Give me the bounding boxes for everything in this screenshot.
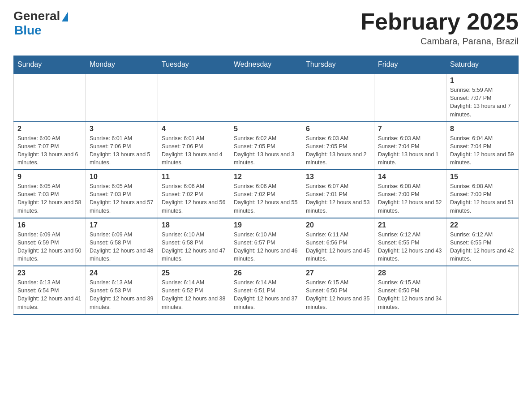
calendar-cell: 27Sunrise: 6:15 AMSunset: 6:50 PMDayligh… (302, 266, 374, 314)
day-number: 24 (90, 269, 154, 277)
calendar-cell: 14Sunrise: 6:08 AMSunset: 7:00 PMDayligh… (374, 170, 446, 218)
calendar-cell (374, 73, 446, 122)
day-info: Sunrise: 6:01 AMSunset: 7:06 PMDaylight:… (162, 134, 226, 167)
calendar-cell: 22Sunrise: 6:12 AMSunset: 6:55 PMDayligh… (446, 218, 519, 266)
logo: General Blue (13, 9, 68, 38)
calendar-cell: 13Sunrise: 6:07 AMSunset: 7:01 PMDayligh… (302, 170, 374, 218)
calendar-cell: 25Sunrise: 6:14 AMSunset: 6:52 PMDayligh… (158, 266, 230, 314)
page-header: General Blue February 2025 Cambara, Para… (13, 9, 519, 47)
day-info: Sunrise: 6:04 AMSunset: 7:04 PMDaylight:… (450, 134, 515, 167)
header-row: SundayMondayTuesdayWednesdayThursdayFrid… (14, 56, 519, 74)
week-row-1: 1Sunrise: 5:59 AMSunset: 7:07 PMDaylight… (14, 73, 519, 122)
day-info: Sunrise: 6:02 AMSunset: 7:05 PMDaylight:… (234, 134, 298, 167)
day-info: Sunrise: 6:13 AMSunset: 6:53 PMDaylight:… (90, 278, 154, 311)
day-number: 16 (17, 221, 82, 229)
calendar-cell: 16Sunrise: 6:09 AMSunset: 6:59 PMDayligh… (14, 218, 86, 266)
week-row-3: 9Sunrise: 6:05 AMSunset: 7:03 PMDaylight… (14, 170, 519, 218)
day-number: 14 (378, 173, 442, 181)
calendar-cell: 19Sunrise: 6:10 AMSunset: 6:57 PMDayligh… (230, 218, 302, 266)
calendar-cell: 1Sunrise: 5:59 AMSunset: 7:07 PMDaylight… (446, 73, 519, 122)
week-row-4: 16Sunrise: 6:09 AMSunset: 6:59 PMDayligh… (14, 218, 519, 266)
day-number: 19 (234, 221, 298, 229)
calendar-cell (158, 73, 230, 122)
day-number: 10 (90, 173, 154, 181)
month-title: February 2025 (360, 9, 519, 34)
day-number: 6 (306, 125, 370, 133)
calendar-cell: 2Sunrise: 6:00 AMSunset: 7:07 PMDaylight… (14, 122, 86, 170)
day-number: 25 (162, 269, 226, 277)
day-info: Sunrise: 6:11 AMSunset: 6:56 PMDaylight:… (306, 231, 370, 263)
day-number: 8 (450, 125, 515, 133)
title-area: February 2025 Cambara, Parana, Brazil (360, 9, 519, 47)
day-info: Sunrise: 6:05 AMSunset: 7:03 PMDaylight:… (17, 182, 82, 215)
day-header-thursday: Thursday (302, 56, 374, 74)
day-header-monday: Monday (86, 56, 158, 74)
calendar-cell: 20Sunrise: 6:11 AMSunset: 6:56 PMDayligh… (302, 218, 374, 266)
location-subtitle: Cambara, Parana, Brazil (360, 36, 519, 47)
day-number: 1 (450, 77, 515, 85)
calendar-table: SundayMondayTuesdayWednesdayThursdayFrid… (13, 56, 519, 315)
day-number: 9 (17, 173, 82, 181)
day-number: 7 (378, 125, 442, 133)
calendar-cell (302, 73, 374, 122)
calendar-cell: 11Sunrise: 6:06 AMSunset: 7:02 PMDayligh… (158, 170, 230, 218)
day-number: 28 (378, 269, 442, 277)
day-number: 27 (306, 269, 370, 277)
day-info: Sunrise: 6:03 AMSunset: 7:05 PMDaylight:… (306, 134, 370, 167)
day-number: 20 (306, 221, 370, 229)
calendar-cell: 15Sunrise: 6:08 AMSunset: 7:00 PMDayligh… (446, 170, 519, 218)
day-info: Sunrise: 6:08 AMSunset: 7:00 PMDaylight:… (450, 182, 515, 215)
day-info: Sunrise: 6:08 AMSunset: 7:00 PMDaylight:… (378, 182, 442, 215)
day-info: Sunrise: 6:00 AMSunset: 7:07 PMDaylight:… (17, 134, 82, 167)
day-number: 15 (450, 173, 515, 181)
calendar-cell: 23Sunrise: 6:13 AMSunset: 6:54 PMDayligh… (14, 266, 86, 314)
day-info: Sunrise: 6:10 AMSunset: 6:57 PMDaylight:… (234, 231, 298, 263)
day-number: 11 (162, 173, 226, 181)
logo-general-text: General (13, 9, 60, 23)
calendar-cell: 5Sunrise: 6:02 AMSunset: 7:05 PMDaylight… (230, 122, 302, 170)
day-header-saturday: Saturday (446, 56, 519, 74)
day-info: Sunrise: 6:15 AMSunset: 6:50 PMDaylight:… (306, 278, 370, 311)
day-header-wednesday: Wednesday (230, 56, 302, 74)
day-number: 22 (450, 221, 515, 229)
calendar-cell (230, 73, 302, 122)
day-info: Sunrise: 6:10 AMSunset: 6:58 PMDaylight:… (162, 231, 226, 263)
calendar-cell (446, 266, 519, 314)
calendar-cell: 8Sunrise: 6:04 AMSunset: 7:04 PMDaylight… (446, 122, 519, 170)
day-number: 18 (162, 221, 226, 229)
week-row-5: 23Sunrise: 6:13 AMSunset: 6:54 PMDayligh… (14, 266, 519, 314)
day-info: Sunrise: 6:06 AMSunset: 7:02 PMDaylight:… (234, 182, 298, 215)
day-info: Sunrise: 6:12 AMSunset: 6:55 PMDaylight:… (378, 231, 442, 263)
calendar-cell: 7Sunrise: 6:03 AMSunset: 7:04 PMDaylight… (374, 122, 446, 170)
calendar-cell: 9Sunrise: 6:05 AMSunset: 7:03 PMDaylight… (14, 170, 86, 218)
day-number: 5 (234, 125, 298, 133)
calendar-cell: 28Sunrise: 6:15 AMSunset: 6:50 PMDayligh… (374, 266, 446, 314)
week-row-2: 2Sunrise: 6:00 AMSunset: 7:07 PMDaylight… (14, 122, 519, 170)
day-info: Sunrise: 6:09 AMSunset: 6:58 PMDaylight:… (90, 231, 154, 263)
day-info: Sunrise: 6:09 AMSunset: 6:59 PMDaylight:… (17, 231, 82, 263)
calendar-cell (86, 73, 158, 122)
calendar-cell: 10Sunrise: 6:05 AMSunset: 7:03 PMDayligh… (86, 170, 158, 218)
day-header-sunday: Sunday (14, 56, 86, 74)
day-info: Sunrise: 6:15 AMSunset: 6:50 PMDaylight:… (378, 278, 442, 311)
day-info: Sunrise: 6:14 AMSunset: 6:51 PMDaylight:… (234, 278, 298, 311)
calendar-cell: 26Sunrise: 6:14 AMSunset: 6:51 PMDayligh… (230, 266, 302, 314)
day-number: 23 (17, 269, 82, 277)
day-info: Sunrise: 6:05 AMSunset: 7:03 PMDaylight:… (90, 182, 154, 215)
day-info: Sunrise: 6:03 AMSunset: 7:04 PMDaylight:… (378, 134, 442, 167)
day-info: Sunrise: 6:13 AMSunset: 6:54 PMDaylight:… (17, 278, 82, 311)
day-number: 2 (17, 125, 82, 133)
day-info: Sunrise: 6:12 AMSunset: 6:55 PMDaylight:… (450, 231, 515, 263)
calendar-cell (14, 73, 86, 122)
calendar-cell: 12Sunrise: 6:06 AMSunset: 7:02 PMDayligh… (230, 170, 302, 218)
logo-blue-text: Blue (14, 23, 68, 38)
calendar-cell: 17Sunrise: 6:09 AMSunset: 6:58 PMDayligh… (86, 218, 158, 266)
day-info: Sunrise: 6:14 AMSunset: 6:52 PMDaylight:… (162, 278, 226, 311)
day-number: 13 (306, 173, 370, 181)
day-number: 3 (90, 125, 154, 133)
day-number: 26 (234, 269, 298, 277)
calendar-cell: 24Sunrise: 6:13 AMSunset: 6:53 PMDayligh… (86, 266, 158, 314)
day-number: 12 (234, 173, 298, 181)
day-info: Sunrise: 5:59 AMSunset: 7:07 PMDaylight:… (450, 86, 515, 119)
calendar-cell: 4Sunrise: 6:01 AMSunset: 7:06 PMDaylight… (158, 122, 230, 170)
